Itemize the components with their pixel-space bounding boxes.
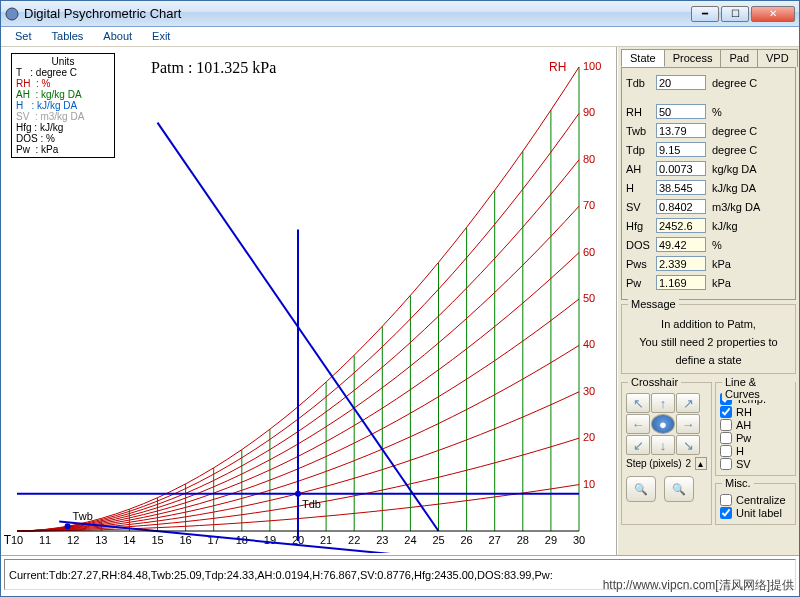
state-input-hfg[interactable] [656,218,706,233]
message-line1: In addition to Patm, [626,315,791,333]
curve-checkbox-pw[interactable] [720,432,732,444]
svg-text:23: 23 [376,534,388,546]
menu-about[interactable]: About [93,27,142,46]
svg-text:T: T [4,533,12,547]
svg-text:Tdb: Tdb [302,498,321,510]
arrow-e-button[interactable]: → [676,414,700,434]
message-line3: define a state [626,351,791,369]
arrow-nw-button[interactable]: ↖ [626,393,650,413]
app-window: Digital Psychrometric Chart ━ ☐ ✕ Set Ta… [0,0,800,597]
arrow-sw-button[interactable]: ↙ [626,435,650,455]
svg-text:40: 40 [583,338,595,350]
menu-set[interactable]: Set [5,27,42,46]
magnifier-minus-icon: 🔍 [634,483,648,496]
curve-row-h: H [720,445,791,457]
arrow-n-button[interactable]: ↑ [651,393,675,413]
state-label-pws: Pws [626,258,656,270]
misc-checkbox-centralize[interactable] [720,494,732,506]
curve-checkbox-sv[interactable] [720,458,732,470]
state-input-tdp[interactable] [656,142,706,157]
state-unit-tdb: degree C [712,77,757,89]
curve-row-rh: RH [720,406,791,418]
svg-text:30: 30 [583,385,595,397]
arrow-w-button[interactable]: ← [626,414,650,434]
state-row-h: HkJ/kg DA [626,179,791,196]
curves-header: Line & Curves [722,376,795,400]
message-group: Message In addition to Patm, You still n… [621,304,796,374]
state-input-dos[interactable] [656,237,706,252]
state-row-pw: PwkPa [626,274,791,291]
state-input-pw[interactable] [656,275,706,290]
svg-text:19: 19 [264,534,276,546]
state-input-h[interactable] [656,180,706,195]
curves-group: Line & Curves Temp.RHAHPwHSV [715,382,796,476]
svg-point-59 [295,491,301,497]
state-input-pws[interactable] [656,256,706,271]
misc-checkbox-unit label[interactable] [720,507,732,519]
units-row-rh: RH : % [16,78,110,89]
svg-text:26: 26 [460,534,472,546]
curve-checkbox-rh[interactable] [720,406,732,418]
tab-vpd[interactable]: VPD [757,49,798,67]
curve-label-h: H [736,445,744,457]
menu-exit[interactable]: Exit [142,27,180,46]
patm-label: Patm : 101.325 kPa [151,59,276,77]
curve-checkbox-h[interactable] [720,445,732,457]
maximize-button[interactable]: ☐ [721,6,749,22]
state-input-sv[interactable] [656,199,706,214]
curve-row-ah: AH [720,419,791,431]
arrow-s-button[interactable]: ↓ [651,435,675,455]
step-spinner[interactable]: ▴ [695,457,707,470]
svg-text:15: 15 [151,534,163,546]
state-unit-dos: % [712,239,722,251]
state-input-ah[interactable] [656,161,706,176]
zoom-in-button[interactable]: 🔍 [664,476,694,502]
tabs: State Process Pad VPD [621,49,796,67]
svg-text:50: 50 [583,292,595,304]
curve-label-pw: Pw [736,432,751,444]
state-input-rh[interactable] [656,104,706,119]
state-row-ah: AHkg/kg DA [626,160,791,177]
center-button[interactable]: ● [651,414,675,434]
svg-text:Twb: Twb [73,510,93,522]
units-header: Units [16,56,110,67]
message-line2: You still need 2 properties to [626,333,791,351]
state-input-twb[interactable] [656,123,706,138]
svg-text:10: 10 [11,534,23,546]
state-row-rh: RH% [626,103,791,120]
curve-row-sv: SV [720,458,791,470]
curve-checkbox-ah[interactable] [720,419,732,431]
zoom-out-button[interactable]: 🔍 [626,476,656,502]
menu-tables[interactable]: Tables [42,27,94,46]
state-label-twb: Twb [626,125,656,137]
svg-text:20: 20 [583,431,595,443]
state-panel: Tdbdegree CRH%Twbdegree CTdpdegree CAHkg… [621,67,796,300]
svg-text:80: 80 [583,153,595,165]
tab-process[interactable]: Process [664,49,722,67]
crosshair-group: Crosshair ↖ ↑ ↗ ← ● → ↙ ↓ ↘ Step (pixels… [621,382,712,525]
state-unit-h: kJ/kg DA [712,182,756,194]
magnifier-plus-icon: 🔍 [672,483,686,496]
tab-state[interactable]: State [621,49,665,67]
units-row-pw: Pw : kPa [16,144,110,155]
tab-pad[interactable]: Pad [720,49,758,67]
titlebar[interactable]: Digital Psychrometric Chart ━ ☐ ✕ [1,1,799,27]
state-unit-pw: kPa [712,277,731,289]
minimize-button[interactable]: ━ [691,6,719,22]
svg-text:27: 27 [489,534,501,546]
state-label-dos: DOS [626,239,656,251]
units-row-ah: AH : kg/kg DA [16,89,110,100]
svg-text:14: 14 [123,534,135,546]
svg-text:RH: RH [549,60,566,74]
state-input-tdb[interactable] [656,75,706,90]
arrow-ne-button[interactable]: ↗ [676,393,700,413]
svg-text:100: 100 [583,60,601,72]
arrow-se-button[interactable]: ↘ [676,435,700,455]
units-row-h: H : kJ/kg DA [16,100,110,111]
svg-text:22: 22 [348,534,360,546]
state-label-rh: RH [626,106,656,118]
menubar: Set Tables About Exit [1,27,799,47]
close-button[interactable]: ✕ [751,6,795,22]
chart-area[interactable]: 1011121314151617181920212223242526272829… [1,47,617,555]
state-row-hfg: HfgkJ/kg [626,217,791,234]
